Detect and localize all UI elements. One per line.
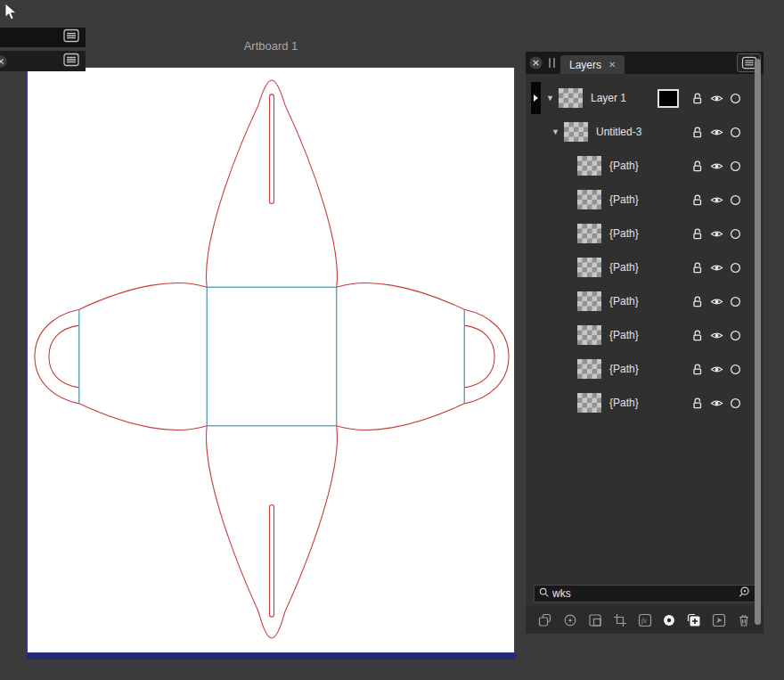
layer-row[interactable]: {Path}	[526, 149, 764, 183]
layer-name[interactable]: Layer 1	[591, 92, 626, 104]
layer-thumbnail[interactable]	[577, 190, 601, 209]
close-icon[interactable]	[0, 54, 8, 69]
layer-selection-bar[interactable]	[531, 82, 541, 114]
symbol-button[interactable]	[561, 611, 579, 629]
unlock-icon[interactable]	[691, 227, 705, 241]
layer-thumbnail[interactable]	[577, 393, 601, 413]
layer-row-controls	[691, 261, 742, 274]
layer-row[interactable]: {Path}	[526, 352, 764, 386]
tab-close-icon[interactable]: ✕	[608, 61, 616, 70]
layers-search-field[interactable]	[534, 585, 755, 602]
layer-row[interactable]: {Path}	[526, 284, 764, 318]
unlock-icon[interactable]	[691, 363, 705, 376]
artboard-label: Artboard 1	[27, 39, 515, 53]
layer-name[interactable]: {Path}	[609, 329, 639, 341]
effects-button[interactable]: fx	[636, 611, 654, 629]
layer-name[interactable]: {Path}	[609, 363, 639, 375]
eye-icon[interactable]	[710, 126, 723, 139]
layer-name[interactable]: {Path}	[609, 160, 639, 172]
panel-close-icon[interactable]	[528, 55, 543, 70]
layer-row-controls	[691, 160, 742, 173]
layer-row[interactable]: ▼Layer 1	[526, 81, 764, 115]
collapsed-panel-tab-1[interactable]	[0, 28, 86, 47]
eye-icon[interactable]	[710, 397, 723, 410]
layer-row[interactable]: {Path}	[526, 183, 764, 217]
layer-row[interactable]: {Path}	[526, 217, 764, 250]
eye-icon[interactable]	[710, 329, 723, 342]
instance-button[interactable]	[586, 611, 604, 629]
circle-icon[interactable]	[729, 193, 742, 207]
collapsed-panel-tab-2[interactable]	[0, 51, 86, 71]
circle-icon[interactable]	[729, 329, 742, 342]
unlock-icon[interactable]	[691, 126, 705, 139]
tab-layers[interactable]: Layers ✕	[560, 55, 625, 74]
layer-row[interactable]: ▼Untitled-3	[526, 115, 764, 149]
slice-button[interactable]	[611, 611, 629, 629]
unlock-icon[interactable]	[691, 329, 705, 342]
export-button[interactable]	[710, 611, 728, 629]
eye-icon[interactable]	[710, 295, 723, 308]
delete-button[interactable]	[735, 611, 753, 629]
layer-row-controls	[691, 329, 742, 342]
layer-thumbnail[interactable]	[564, 122, 588, 142]
eye-icon[interactable]	[710, 92, 723, 105]
circle-icon[interactable]	[729, 160, 742, 173]
layers-scrollbar[interactable]	[755, 59, 761, 625]
menu-list-icon[interactable]	[62, 29, 80, 46]
duplicate-button[interactable]	[536, 611, 554, 629]
layers-bottom-toolbar: fx	[526, 607, 764, 634]
unlock-icon[interactable]	[691, 92, 705, 105]
circle-icon[interactable]	[729, 92, 742, 105]
drag-grip-icon[interactable]	[549, 58, 555, 68]
unlock-icon[interactable]	[691, 397, 705, 410]
layer-row-controls	[691, 227, 742, 241]
layers-panel: Layers ✕ ▼Layer 1▼Untitled-3{Path}{Path}…	[526, 52, 764, 634]
layer-thumbnail[interactable]	[577, 359, 601, 379]
menu-list-icon[interactable]	[62, 53, 80, 70]
eye-icon[interactable]	[710, 160, 723, 173]
layer-thumbnail[interactable]	[559, 88, 583, 108]
eye-icon[interactable]	[710, 227, 723, 241]
layer-thumbnail[interactable]	[577, 325, 601, 345]
artboard-canvas[interactable]	[27, 67, 515, 653]
layer-row-controls	[691, 295, 742, 308]
layer-thumbnail[interactable]	[577, 258, 601, 277]
layer-thumbnail[interactable]	[577, 224, 601, 243]
adjustment-button[interactable]	[660, 611, 678, 629]
layer-name[interactable]: {Path}	[609, 261, 639, 274]
layer-row[interactable]: {Path}	[526, 250, 764, 284]
layer-row[interactable]: {Path}	[526, 318, 764, 352]
layers-search-input[interactable]	[550, 587, 739, 600]
layer-name[interactable]: {Path}	[609, 193, 639, 206]
circle-icon[interactable]	[729, 261, 742, 274]
eye-icon[interactable]	[710, 363, 723, 376]
layer-row[interactable]: {Path}	[526, 386, 764, 420]
unlock-icon[interactable]	[691, 295, 705, 308]
circle-icon[interactable]	[729, 397, 742, 410]
layer-thumbnail[interactable]	[577, 156, 601, 176]
disclosure-triangle-icon[interactable]: ▼	[549, 127, 562, 136]
layer-row-controls	[691, 397, 742, 410]
circle-icon[interactable]	[729, 227, 742, 241]
layer-name[interactable]: Untitled-3	[596, 126, 641, 138]
layer-name[interactable]: {Path}	[609, 397, 639, 409]
eye-icon[interactable]	[710, 193, 723, 207]
layer-name[interactable]: {Path}	[609, 227, 639, 240]
eye-icon[interactable]	[710, 261, 723, 274]
layers-search-row	[526, 582, 764, 607]
new-layer-button[interactable]	[685, 611, 703, 629]
zoom-search-icon[interactable]	[739, 586, 751, 602]
layer-name[interactable]: {Path}	[609, 295, 639, 307]
box-dieline-drawing	[28, 68, 514, 652]
unlock-icon[interactable]	[691, 261, 705, 274]
search-icon	[538, 586, 550, 602]
unlock-icon[interactable]	[691, 160, 705, 173]
disclosure-triangle-icon[interactable]: ▼	[543, 94, 557, 102]
circle-icon[interactable]	[729, 126, 742, 139]
circle-icon[interactable]	[729, 295, 742, 308]
circle-icon[interactable]	[729, 363, 742, 376]
layer-color-swatch[interactable]	[657, 89, 679, 108]
svg-text:fx: fx	[641, 617, 647, 625]
unlock-icon[interactable]	[691, 193, 705, 207]
layer-thumbnail[interactable]	[577, 291, 601, 311]
